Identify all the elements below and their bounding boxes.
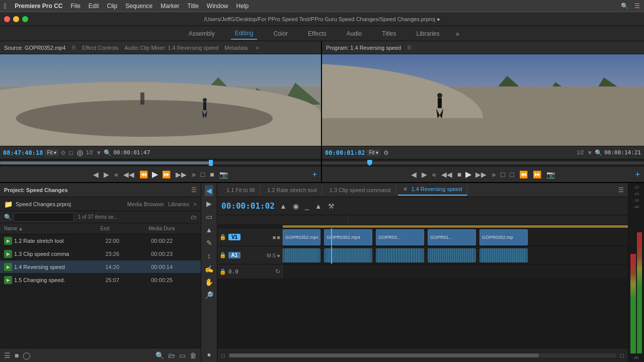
menu-edit[interactable]: Edit: [89, 3, 99, 10]
clip-v1-4[interactable]: GOPR0352.mp: [479, 229, 528, 245]
snap-icon[interactable]: ▲: [279, 201, 288, 211]
apple-menu[interactable]: : [4, 2, 7, 10]
source-safe-margin-icon[interactable]: ⨁: [76, 149, 84, 156]
selection-tool[interactable]: ◀: [205, 185, 213, 196]
metadata-tab[interactable]: Metadata: [224, 45, 248, 51]
search-icon[interactable]: 🔍: [621, 3, 628, 10]
mark-out-button[interactable]: ▶: [103, 169, 110, 179]
source-fraction-dropdown[interactable]: ▼: [96, 149, 102, 156]
program-step-fwd[interactable]: ▶▶: [474, 169, 488, 179]
minimize-button[interactable]: [13, 16, 19, 22]
media-browser-tab[interactable]: Media Browser: [127, 201, 164, 207]
clip-a1-3[interactable]: [428, 248, 476, 262]
program-trim-prev[interactable]: ⏪: [518, 169, 529, 179]
effect-controls-tab[interactable]: Effect Controls: [82, 45, 118, 51]
timeline-tab-3[interactable]: ✕ 1.4 Reversing speed: [398, 184, 467, 196]
source-settings-icon[interactable]: ⚙: [60, 149, 66, 156]
timeline-scroll-bar[interactable]: [229, 353, 616, 357]
timeline-tab-2[interactable]: 1.3 Clip speed command: [325, 185, 396, 195]
v1-lock-icon[interactable]: 🔒: [219, 234, 226, 240]
menu-window[interactable]: Window: [207, 3, 228, 10]
export-frame-button[interactable]: 📷: [218, 169, 229, 179]
timeline-tab-0[interactable]: 1.1 Fit to fill: [221, 185, 260, 195]
overwrite-button[interactable]: ■: [209, 169, 215, 179]
mark-in-button[interactable]: ◀: [92, 169, 100, 179]
new-folder-icon[interactable]: 🗁: [168, 351, 175, 359]
program-mark-out[interactable]: ▶: [421, 169, 428, 179]
razor-tool[interactable]: ✎: [205, 237, 214, 248]
new-item-icon[interactable]: ▭: [179, 351, 186, 359]
add-edit-icon[interactable]: ⎯: [304, 201, 310, 211]
a1-content[interactable]: [283, 246, 628, 264]
step-back-one-button[interactable]: ⏪: [138, 169, 149, 179]
icon-view-icon[interactable]: ■: [15, 351, 19, 359]
program-lift[interactable]: □: [500, 169, 506, 179]
program-play[interactable]: ▶: [465, 169, 471, 179]
search-toolbar-icon[interactable]: 🔍: [155, 351, 164, 359]
panel-more-icon[interactable]: [193, 201, 197, 208]
lift-icon[interactable]: ▲: [314, 201, 323, 211]
master-content[interactable]: [283, 264, 628, 279]
go-to-end-icon[interactable]: □: [620, 352, 624, 359]
monitor-tabs-more[interactable]: [256, 44, 259, 51]
timeline-tab-menu[interactable]: ☰: [618, 187, 624, 194]
list-item[interactable]: ▶ 1.3 Clip speed comma 23:26 00:00:23: [0, 247, 201, 260]
clip-v1-3[interactable]: GOPR01...: [428, 229, 476, 245]
voice-record-icon[interactable]: ●: [205, 349, 212, 360]
source-add-button[interactable]: +: [312, 170, 317, 179]
v1-content[interactable]: GOPR0352.mp4 GOPR0352.mp4 GOPR03... GOPR…: [283, 228, 628, 246]
program-fit-dropdown[interactable]: Fit: [367, 149, 380, 156]
pen-tool[interactable]: ✍: [203, 263, 215, 275]
source-scrubber[interactable]: [0, 159, 321, 166]
source-prev-frame-icon[interactable]: □: [68, 149, 73, 156]
program-step-fwd-many[interactable]: »: [491, 169, 497, 179]
program-fraction-dropdown[interactable]: ▼: [587, 149, 593, 156]
delete-icon[interactable]: 🗑: [190, 351, 197, 359]
tab-libraries[interactable]: Libraries: [412, 28, 443, 39]
master-sync-icon[interactable]: ↻: [275, 268, 280, 275]
clip-a1-4[interactable]: [479, 248, 528, 262]
tab-titles[interactable]: Titles: [378, 28, 400, 39]
program-trim-next[interactable]: ⏩: [532, 169, 542, 179]
step-fwd-button[interactable]: ▶▶: [175, 169, 188, 179]
ripple-edit-tool[interactable]: ▭: [204, 211, 214, 222]
a1-mute[interactable]: M: [267, 252, 271, 258]
slip-tool[interactable]: ↕: [206, 250, 212, 261]
program-tab-menu[interactable]: ☰: [407, 45, 412, 50]
libraries-tab[interactable]: Libraries: [168, 201, 189, 207]
list-view-icon[interactable]: ☰: [4, 351, 11, 359]
sort-arrow[interactable]: ▲: [19, 226, 23, 231]
step-back-button[interactable]: ◀◀: [122, 169, 135, 179]
track-select-tool[interactable]: ▶: [205, 198, 213, 209]
menu-extra-icon[interactable]: ☰: [634, 3, 640, 10]
tab-editing[interactable]: Editing: [231, 28, 258, 40]
tab-effects[interactable]: Effects: [304, 28, 330, 39]
list-item[interactable]: ▶ 1.5 Changing speed. 25:07 00:00:25: [0, 274, 201, 287]
program-stop[interactable]: ■: [456, 169, 462, 179]
program-scrubber[interactable]: [322, 159, 644, 166]
audio-mixer-tab[interactable]: Audio Clip Mixer: 1.4 Reversing speed: [124, 45, 218, 51]
a1-solo[interactable]: S: [272, 252, 276, 258]
clip-a1-2[interactable]: [376, 248, 424, 262]
zoom-tool[interactable]: 🔎: [203, 290, 215, 301]
a1-record[interactable]: ●: [277, 252, 280, 258]
clip-a1-0[interactable]: [283, 248, 320, 262]
program-zoom-icon[interactable]: 🔍: [595, 149, 602, 156]
source-fit-dropdown[interactable]: Fit: [45, 149, 58, 156]
close-button[interactable]: [4, 16, 10, 22]
maximize-button[interactable]: [22, 16, 28, 22]
step-fwd-many-button[interactable]: »: [191, 169, 197, 179]
timeline-tab-1[interactable]: 1.2 Rate stretch tool: [262, 185, 322, 195]
freeform-view-icon[interactable]: ◯: [23, 351, 31, 359]
menu-title[interactable]: Title: [188, 3, 199, 10]
insert-button[interactable]: □: [200, 169, 206, 179]
wrench-icon[interactable]: ⚒: [327, 201, 336, 211]
list-item[interactable]: ▶ 1.4 Reversing speed 14:20 00:00:14: [0, 260, 201, 274]
master-lock[interactable]: 🔒: [219, 268, 226, 275]
menu-sequence[interactable]: Sequence: [125, 3, 152, 10]
search-input[interactable]: [14, 213, 74, 222]
tab-assembly[interactable]: Assembly: [185, 28, 219, 39]
step-back-many-button[interactable]: «: [113, 169, 119, 179]
program-step-back-many[interactable]: «: [431, 169, 437, 179]
play-button[interactable]: ▶: [152, 169, 158, 179]
